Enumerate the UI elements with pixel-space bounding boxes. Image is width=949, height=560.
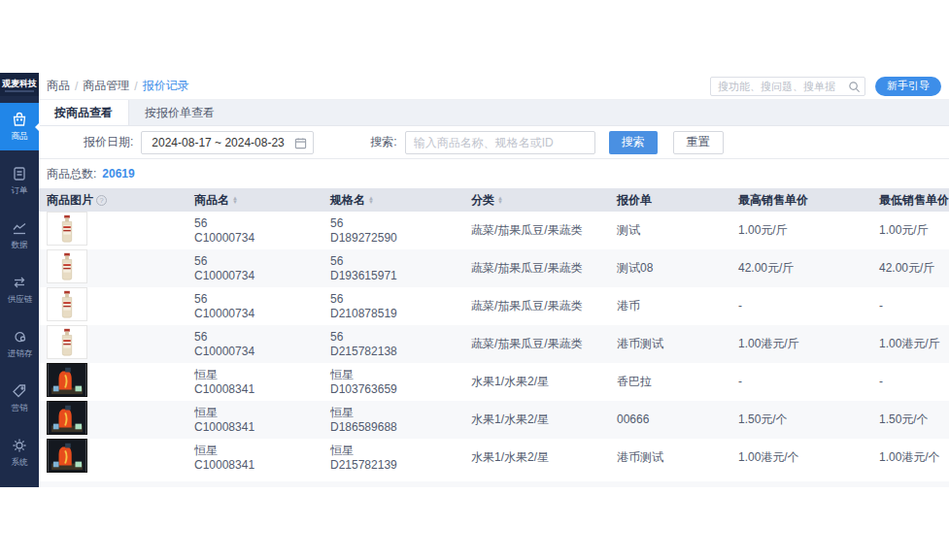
brand-logo: 观麦科技 — [0, 73, 39, 96]
cell-min-price: - — [871, 299, 949, 313]
search-button[interactable]: 搜索 — [609, 131, 658, 154]
product-image[interactable] — [47, 325, 87, 359]
col-header-max-price: 最高销售单价 — [730, 192, 871, 209]
sidebar-item-marketing[interactable]: 营销 — [0, 375, 39, 422]
topbar: 商品 / 商品管理 / 报价记录 新手引导 — [39, 73, 949, 100]
col-header-spec[interactable]: 规格名 ▲▼ — [322, 192, 463, 209]
cell-quote-sheet: 港币 — [609, 299, 730, 313]
sidebar-item-inventory[interactable]: 进销存 — [0, 320, 39, 368]
table-row[interactable]: 恒星 C10008341 恒星 D186589688 水果1/水果2/星 006… — [39, 401, 949, 439]
next-row-edge — [39, 481, 949, 487]
spec-id: D189272590 — [330, 231, 463, 246]
spec-id: D186589688 — [330, 420, 463, 435]
sidebar-item-system[interactable]: 系统 — [0, 429, 39, 477]
cell-image — [39, 363, 186, 401]
sort-icon[interactable]: ▲▼ — [232, 196, 238, 204]
search-icon[interactable] — [848, 80, 861, 92]
sidebar-item-label: 进销存 — [7, 347, 32, 359]
spec-id: D215782138 — [330, 345, 463, 359]
cell-product-name: 56 C10000734 — [186, 292, 322, 321]
brand-logo-subline — [5, 90, 34, 92]
product-id: C10000734 — [194, 307, 322, 321]
reset-button[interactable]: 重置 — [673, 131, 724, 154]
product-name: 56 — [194, 254, 322, 269]
product-image[interactable] — [47, 401, 87, 435]
table-row[interactable]: 恒星 C10008341 恒星 D215782139 水果1/水果2/星 港币测… — [39, 439, 949, 477]
breadcrumb: 商品 / 商品管理 / 报价记录 — [47, 78, 189, 94]
keyword-input[interactable] — [405, 131, 595, 154]
cell-category: 蔬菜/茄果瓜豆/果蔬类 — [463, 299, 609, 313]
sort-icon[interactable]: ▲▼ — [368, 196, 374, 204]
spec-name: 恒星 — [330, 406, 463, 420]
cell-max-price: 1.00港元/个 — [730, 450, 871, 465]
spec-id: D103763659 — [330, 382, 463, 397]
breadcrumb-current: 报价记录 — [143, 78, 189, 94]
topbar-right: 新手引导 — [710, 77, 941, 96]
product-name: 56 — [194, 216, 322, 231]
table-header: 商品图片 ? 商品名 ▲▼ 规格名 ▲▼ 分类 ▲▼ 报价单 — [39, 188, 949, 212]
total-count-value: 20619 — [102, 167, 134, 181]
date-range-picker[interactable]: 2024-08-17 ~ 2024-08-23 — [141, 131, 314, 154]
col-header-label: 分类 — [471, 192, 494, 209]
sidebar-item-data[interactable]: 数据 — [0, 212, 39, 259]
cell-min-price: - — [871, 375, 949, 389]
breadcrumb-item[interactable]: 商品管理 — [83, 78, 129, 94]
sidebar-item-label: 系统 — [11, 456, 27, 468]
product-image[interactable] — [47, 363, 87, 397]
guide-button[interactable]: 新手引导 — [875, 77, 941, 96]
global-search-input[interactable] — [710, 77, 865, 96]
cell-image — [39, 249, 186, 287]
sidebar-item-supply-chain[interactable]: 供应链 — [0, 266, 39, 313]
table-row[interactable]: 56 C10000734 56 D210878519 蔬菜/茄果瓜豆/果蔬类 港… — [39, 287, 949, 325]
spec-name: 56 — [330, 292, 463, 307]
spec-name: 56 — [330, 330, 463, 345]
col-header-category[interactable]: 分类 ▲▼ — [463, 192, 609, 209]
cell-category: 水果1/水果2/星 — [463, 375, 609, 389]
sidebar-item-orders[interactable]: 订单 — [0, 157, 39, 205]
breadcrumb-separator: / — [134, 80, 137, 93]
sidebar-item-goods[interactable]: 商品 — [0, 103, 39, 150]
product-name: 恒星 — [194, 406, 322, 420]
cell-spec-name: 56 D189272590 — [322, 216, 463, 246]
cell-spec-name: 恒星 D186589688 — [322, 406, 463, 435]
table-row[interactable]: 56 C10000734 56 D193615971 蔬菜/茄果瓜豆/果蔬类 测… — [39, 249, 949, 287]
product-image[interactable] — [47, 439, 87, 473]
product-name: 恒星 — [194, 368, 322, 382]
cell-spec-name: 56 D215782138 — [322, 330, 463, 359]
chart-icon — [11, 219, 28, 237]
tab-by-product[interactable]: 按商品查看 — [39, 100, 129, 125]
spec-id: D210878519 — [330, 307, 463, 321]
col-header-label: 规格名 — [330, 192, 365, 209]
cell-image — [39, 325, 186, 363]
product-id: C10000734 — [194, 231, 322, 246]
table-row[interactable]: 56 C10000734 56 D215782138 蔬菜/茄果瓜豆/果蔬类 港… — [39, 325, 949, 363]
product-name: 56 — [194, 292, 322, 307]
product-id: C10008341 — [194, 382, 322, 397]
cell-product-name: 56 C10000734 — [186, 216, 322, 246]
col-header-label: 报价单 — [617, 192, 652, 209]
cell-min-price: 42.00元/斤 — [871, 261, 949, 276]
breadcrumb-item[interactable]: 商品 — [47, 78, 70, 94]
sidebar: 观麦科技 商品 订单 数据 — [0, 73, 39, 487]
help-icon[interactable]: ? — [96, 195, 107, 206]
cell-min-price: 1.00元/斤 — [871, 223, 949, 238]
product-id: C10000734 — [194, 269, 322, 283]
col-header-name[interactable]: 商品名 ▲▼ — [186, 192, 322, 209]
cell-max-price: 1.00元/斤 — [730, 223, 871, 238]
sort-icon[interactable]: ▲▼ — [497, 196, 503, 204]
table-row[interactable]: 56 C10000734 56 D189272590 蔬菜/茄果瓜豆/果蔬类 测… — [39, 212, 949, 249]
calendar-icon — [294, 137, 307, 149]
tab-by-quote-sheet[interactable]: 按报价单查看 — [129, 100, 230, 125]
col-header-image: 商品图片 ? — [39, 192, 186, 209]
cell-product-name: 恒星 C10008341 — [186, 368, 322, 397]
table-row[interactable]: 恒星 C10008341 恒星 D103763659 水果1/水果2/星 香巴拉… — [39, 363, 949, 401]
gear-icon — [11, 437, 28, 454]
product-id: C10008341 — [194, 420, 322, 435]
cell-quote-sheet: 测试08 — [609, 261, 730, 276]
product-image[interactable] — [47, 212, 87, 246]
tag-icon — [11, 382, 28, 400]
cell-quote-sheet: 港币测试 — [609, 450, 730, 465]
product-image[interactable] — [47, 249, 87, 283]
product-image[interactable] — [47, 287, 87, 321]
cell-quote-sheet: 00666 — [609, 412, 730, 427]
